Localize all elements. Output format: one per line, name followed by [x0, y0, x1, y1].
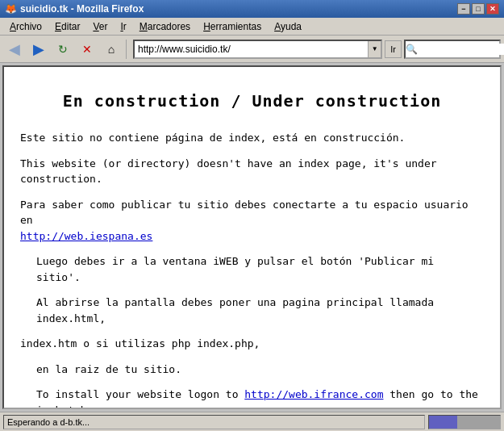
- page-content: En construction / Under construction Est…: [4, 67, 500, 409]
- menu-editar[interactable]: Editar: [48, 19, 86, 34]
- stop-button[interactable]: ✕: [76, 38, 98, 61]
- firefox-icon: 🦊: [5, 3, 17, 15]
- back-button[interactable]: ◀: [3, 38, 26, 61]
- go-button[interactable]: Ir: [385, 40, 402, 58]
- titlebar-left: 🦊 suicidio.tk - Mozilla Firefox: [5, 3, 144, 15]
- paragraph-4: Luego debes ir a la ventana iWEB y pulsa…: [20, 253, 484, 285]
- reload-icon: ↻: [58, 43, 68, 56]
- home-button[interactable]: ⌂: [100, 38, 123, 61]
- search-input-container: 🔍: [404, 40, 501, 59]
- toolbar-separator: [126, 40, 127, 59]
- url-input-container[interactable]: ▼: [133, 40, 382, 59]
- page-body: Este sitio no contiene página de index, …: [20, 130, 484, 409]
- search-icon: 🔍: [406, 41, 418, 57]
- minimize-button[interactable]: −: [457, 3, 470, 15]
- forward-arrow-icon: ▶: [33, 40, 44, 58]
- toolbar: ◀ ▶ ↻ ✕ ⌂ ▼ Ir 🔍: [0, 36, 504, 63]
- home-icon: ⌂: [108, 43, 115, 56]
- menubar: Archivo Editar Ver Ir Marcadores Herrami…: [0, 18, 504, 36]
- paragraph-3: Para saber como publicar tu sitio debes …: [20, 197, 484, 245]
- paragraph-6: index.htm o si utilizas php index.php,: [20, 336, 484, 352]
- url-input[interactable]: [135, 44, 368, 55]
- paragraph-5: Al abrirse la pantalla debes poner una p…: [20, 295, 484, 326]
- titlebar: 🦊 suicidio.tk - Mozilla Firefox − □ ✕: [0, 0, 504, 18]
- browser-frame: En construction / Under construction Est…: [2, 65, 502, 409]
- paragraph-7: en la raiz de tu sitio.: [20, 362, 484, 378]
- statusbar: Esperando a d-b.tk...: [0, 412, 504, 431]
- status-text: Esperando a d-b.tk...: [3, 415, 425, 429]
- progress-bar: [429, 416, 457, 429]
- menu-ir[interactable]: Ir: [114, 19, 132, 34]
- ifrance-link[interactable]: http://web.ifrance.com: [244, 388, 383, 400]
- close-button[interactable]: ✕: [486, 3, 499, 15]
- titlebar-buttons[interactable]: − □ ✕: [457, 3, 499, 15]
- stop-icon: ✕: [82, 43, 92, 56]
- progress-bar-container: [428, 415, 501, 429]
- paragraph-1: Este sitio no contiene página de index, …: [20, 130, 484, 146]
- url-dropdown-button[interactable]: ▼: [368, 41, 381, 57]
- menu-ver[interactable]: Ver: [86, 19, 114, 34]
- menu-archivo[interactable]: Archivo: [3, 19, 48, 34]
- reload-button[interactable]: ↻: [52, 38, 74, 61]
- menu-ayuda[interactable]: Ayuda: [268, 19, 308, 34]
- addressbar: ▼ Ir 🔍: [133, 40, 501, 59]
- menu-herramientas[interactable]: Herramientas: [197, 19, 268, 34]
- back-arrow-icon: ◀: [9, 40, 20, 58]
- forward-button[interactable]: ▶: [27, 38, 50, 61]
- paragraph-8: To install your website logon to http://…: [20, 387, 484, 409]
- window-title: suicidio.tk - Mozilla Firefox: [20, 3, 144, 15]
- maximize-button[interactable]: □: [472, 3, 485, 15]
- page-title: En construction / Under construction: [20, 91, 484, 111]
- search-input[interactable]: [418, 44, 504, 55]
- paragraph-2: This website (or directory) doesn't have…: [20, 156, 484, 187]
- iespana-link[interactable]: http://web.iespana.es: [20, 230, 152, 242]
- menu-marcadores[interactable]: Marcadores: [133, 19, 197, 34]
